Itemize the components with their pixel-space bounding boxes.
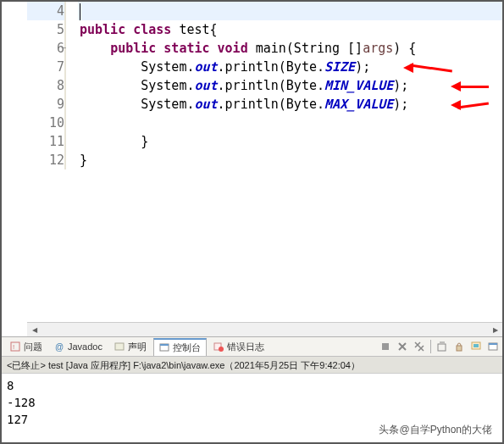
line-number: 12 (49, 151, 64, 169)
tab-declaration[interactable]: 声明 (109, 339, 152, 355)
line-number: 4 (57, 2, 64, 20)
code-editor[interactable]: 4 5 6 7 8 9 10 11 12 public class test{ … (27, 2, 502, 322)
line-gutter[interactable]: 4 5 6 7 8 9 10 11 12 (27, 2, 78, 169)
watermark-text: 头条@自学Python的大佬 (379, 423, 492, 437)
svg-point-7 (219, 347, 224, 352)
console-output[interactable]: 8 -128 127 (2, 374, 502, 429)
line-number: 11 (49, 132, 64, 151)
code-line[interactable]: public static void main(String []args) { (78, 39, 502, 58)
horizontal-scrollbar[interactable]: ◀ ▶ (27, 322, 502, 336)
separator (430, 340, 431, 353)
tab-label: 声明 (128, 341, 147, 353)
scroll-left-icon[interactable]: ◀ (27, 323, 42, 336)
annotation-arrow-icon (451, 100, 489, 110)
errorlog-icon (213, 341, 224, 352)
svg-text:@: @ (55, 342, 64, 352)
line-number: 7 (57, 58, 64, 76)
code-line[interactable] (78, 2, 502, 20)
console-line: -128 (7, 394, 497, 411)
remove-launch-icon[interactable] (396, 341, 408, 352)
pin-console-icon[interactable] (470, 341, 482, 352)
svg-rect-5 (160, 344, 169, 346)
line-number: 8 (57, 76, 64, 95)
views-tab-bar: ! 问题 @ Javadoc 声明 控制台 错误日志 (2, 336, 502, 357)
tab-problems[interactable]: ! 问题 (5, 339, 47, 355)
clear-console-icon[interactable] (436, 341, 448, 352)
terminal-status-text: <已终止> test [Java 应用程序] F:\java2\bin\java… (7, 360, 360, 370)
code-line[interactable] (78, 114, 502, 132)
javadoc-icon: @ (54, 341, 64, 352)
tab-errorlog[interactable]: 错误日志 (208, 339, 269, 355)
code-line[interactable]: System.out.println(Byte.MAX_VALUE); (78, 95, 502, 114)
code-line[interactable]: public class test{ (78, 20, 502, 39)
problems-icon: ! (10, 341, 20, 352)
annotation-arrow-icon (403, 63, 452, 73)
code-text-area[interactable]: public class test{ public static void ma… (78, 2, 502, 169)
svg-rect-14 (489, 343, 497, 345)
svg-text:!: ! (13, 343, 14, 351)
line-number: 6 (57, 39, 64, 58)
tab-label: 控制台 (173, 341, 201, 354)
line-number: 10 (49, 114, 64, 132)
marker-margin (2, 2, 27, 336)
remove-all-icon[interactable] (413, 341, 425, 352)
scroll-lock-icon[interactable] (453, 341, 465, 352)
svg-rect-3 (115, 343, 124, 350)
annotation-arrow-icon (451, 81, 489, 92)
tab-javadoc[interactable]: @ Javadoc (49, 340, 108, 353)
code-line[interactable]: } (78, 151, 502, 169)
tab-label: 问题 (24, 341, 42, 353)
line-number: 5 (57, 20, 64, 39)
line-number: 9 (57, 95, 64, 114)
scroll-right-icon[interactable]: ▶ (488, 323, 502, 336)
console-line: 8 (7, 377, 497, 394)
console-icon (159, 342, 169, 352)
stop-icon[interactable] (379, 341, 391, 352)
tab-label: 错误日志 (227, 341, 264, 353)
tab-console[interactable]: 控制台 (153, 338, 207, 356)
tab-label: Javadoc (68, 341, 102, 352)
svg-rect-9 (438, 344, 446, 351)
terminal-status: <已终止> test [Java 应用程序] F:\java2\bin\java… (2, 357, 502, 374)
code-line[interactable]: } (78, 132, 502, 151)
code-line[interactable]: System.out.println(Byte.MIN_VALUE); (78, 76, 502, 95)
svg-rect-10 (457, 346, 462, 351)
svg-rect-12 (474, 344, 479, 347)
svg-rect-8 (382, 343, 389, 350)
display-console-icon[interactable] (487, 341, 499, 352)
declaration-icon (114, 341, 125, 352)
